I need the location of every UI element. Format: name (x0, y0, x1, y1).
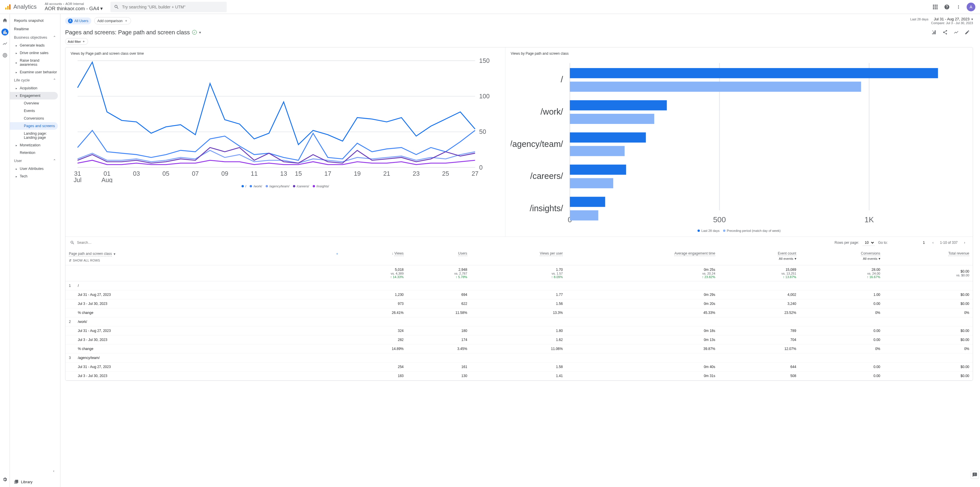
sidebar-item-examine-user-behavior[interactable]: ▸Examine user behavior (10, 69, 60, 76)
col-users[interactable]: Users (458, 251, 467, 256)
add-filter-button[interactable]: Add filter ＋ (65, 38, 88, 45)
feedback-icon[interactable] (971, 471, 979, 479)
property-selector[interactable]: All accounts › AOR Internal AOR thinkaor… (45, 2, 103, 12)
sidebar-item-reports-snapshot[interactable]: Reports snapshot (10, 16, 60, 25)
sidebar-item-events[interactable]: Events (10, 107, 60, 115)
help-icon[interactable] (943, 3, 950, 11)
sidebar-section-business-objectives[interactable]: Business objectives⌃ (10, 33, 60, 42)
svg-rect-2 (9, 4, 11, 9)
col-views[interactable]: Views (395, 251, 404, 256)
explore-icon[interactable] (2, 40, 8, 47)
col-views-per-user[interactable]: Views per user (540, 251, 563, 256)
admin-gear-icon[interactable] (2, 476, 8, 483)
search-icon (114, 4, 119, 10)
svg-text:1K: 1K (865, 215, 874, 224)
customize-report-icon[interactable] (931, 29, 937, 36)
sidebar-item-conversions[interactable]: Conversions (10, 115, 60, 122)
sort-down-icon[interactable]: ↓ (392, 251, 395, 255)
svg-rect-7 (935, 6, 936, 8)
more-vert-icon[interactable] (955, 3, 962, 11)
chevron-down-icon[interactable]: ▾ (199, 30, 201, 35)
collapse-sidebar-icon[interactable]: ‹ (50, 467, 57, 474)
analytics-logo[interactable]: Analytics (5, 3, 37, 10)
sidebar-item-generate-leads[interactable]: ▸Generate leads (10, 42, 60, 49)
home-icon[interactable] (2, 17, 8, 24)
svg-text:27: 27 (472, 170, 479, 177)
date-range-picker[interactable]: Last 28 days Jul 31 - Aug 27, 2023 ▾ Com… (910, 17, 975, 25)
edit-icon[interactable] (964, 29, 971, 36)
bar-chart-title: Views by Page path and screen class (511, 51, 967, 56)
top-bar: Analytics All accounts › AOR Internal AO… (0, 0, 980, 14)
page-range: 1-10 of 337 (940, 241, 958, 245)
add-comparison-button[interactable]: Add comparison＋ (94, 17, 131, 24)
sidebar-item-raise-brand-awareness[interactable]: ▸Raise brand awareness (10, 57, 60, 69)
col-event-count[interactable]: Event count (778, 251, 796, 256)
data-table: Page path and screen class ▾ ＋ ⇵SHOW ALL… (65, 248, 973, 380)
insights-icon[interactable] (953, 29, 960, 36)
sidebar-item-drive-online-sales[interactable]: ▸Drive online sales (10, 49, 60, 57)
col-total-revenue[interactable]: Total revenue (948, 251, 969, 256)
svg-rect-58 (570, 196, 605, 207)
svg-rect-5 (936, 5, 937, 6)
reports-icon[interactable] (2, 29, 8, 35)
segment-all-users[interactable]: AAll Users (65, 18, 91, 24)
prev-page-icon[interactable]: ‹ (929, 239, 936, 246)
goto-label: Go to: (878, 241, 888, 245)
svg-text:Aug: Aug (102, 177, 113, 183)
col-conversions[interactable]: Conversions (861, 251, 880, 256)
sidebar-item-retention[interactable]: Retention (10, 149, 60, 156)
svg-point-13 (4, 54, 6, 56)
goto-input[interactable] (891, 240, 926, 245)
sidebar-item-realtime[interactable]: Realtime (10, 25, 60, 33)
sidebar-item-overview[interactable]: Overview (10, 99, 60, 107)
sidebar-item-library[interactable]: Library (10, 476, 60, 487)
line-chart-title: Views by Page path and screen class over… (71, 51, 500, 56)
svg-rect-6 (933, 6, 934, 8)
svg-text:21: 21 (383, 170, 390, 177)
add-dimension-icon[interactable]: ＋ (336, 251, 339, 256)
svg-text:07: 07 (192, 170, 199, 177)
svg-rect-3 (933, 5, 934, 6)
apps-icon[interactable] (932, 3, 939, 11)
sidebar-section-user[interactable]: User⌃ (10, 156, 60, 165)
svg-point-12 (3, 53, 7, 57)
sidebar-section-life-cycle[interactable]: Life cycle⌃ (10, 76, 60, 85)
search-input[interactable] (122, 5, 223, 9)
account-avatar[interactable]: A (967, 3, 975, 11)
sidebar-item-landing-page[interactable]: Landing page: Landing page (10, 130, 60, 141)
svg-text:/careers/: /careers/ (530, 171, 563, 180)
conversions-filter[interactable]: All events ▾ (803, 257, 880, 261)
event-count-filter[interactable]: All events ▾ (722, 257, 796, 261)
svg-text:100: 100 (479, 93, 490, 100)
chevron-down-icon[interactable]: ▾ (114, 252, 115, 256)
svg-text:05: 05 (162, 170, 169, 177)
svg-text:11: 11 (251, 170, 258, 177)
status-check-icon[interactable]: ✓ (192, 30, 197, 35)
sidebar-item-tech[interactable]: ▸Tech (10, 172, 60, 180)
dimension-header[interactable]: Page path and screen class (69, 252, 112, 256)
sidebar-item-acquisition[interactable]: ▸Acquisition (10, 85, 60, 92)
svg-text:50: 50 (479, 128, 486, 135)
sidebar-item-engagement[interactable]: ▾Engagement (10, 92, 58, 99)
col-avg-engagement[interactable]: Average engagement time (674, 251, 715, 256)
rows-per-page-select[interactable]: 10 (862, 240, 875, 246)
search-bar[interactable] (110, 2, 227, 12)
svg-text:/work/: /work/ (541, 107, 563, 117)
sidebar-item-pages-and-screens[interactable]: Pages and screens (10, 122, 58, 130)
svg-text:01: 01 (103, 170, 110, 177)
svg-text:15: 15 (295, 170, 302, 177)
next-page-icon[interactable]: › (961, 239, 968, 246)
plus-icon: ＋ (82, 39, 86, 44)
show-all-rows-toggle[interactable]: ⇵SHOW ALL ROWS (69, 259, 339, 262)
sidebar: Reports snapshot Realtime Business objec… (10, 14, 60, 487)
sidebar-item-monetization[interactable]: ▸Monetization (10, 141, 60, 149)
table-search-input[interactable] (77, 241, 112, 245)
advertising-icon[interactable] (2, 52, 8, 59)
sidebar-item-user-attributes[interactable]: ▸User Attributes (10, 165, 60, 172)
svg-text:23: 23 (413, 170, 420, 177)
svg-rect-53 (570, 146, 625, 156)
share-icon[interactable] (942, 29, 948, 36)
svg-rect-55 (570, 164, 626, 175)
nav-rail (0, 14, 10, 487)
svg-rect-49 (570, 101, 667, 110)
